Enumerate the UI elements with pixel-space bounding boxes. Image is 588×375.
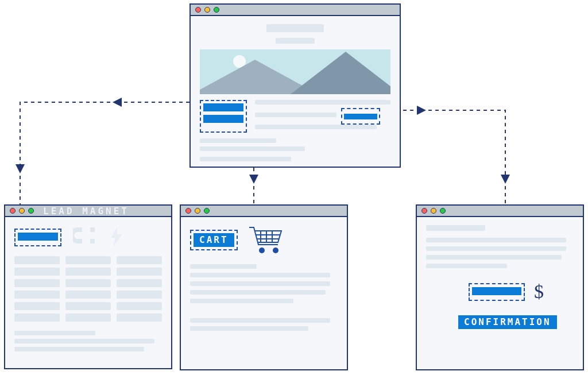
hero-cta-a[interactable] xyxy=(203,103,243,111)
cart-label: CART xyxy=(194,233,234,247)
cart-window: CART xyxy=(180,204,348,370)
magnet-icon xyxy=(73,225,99,249)
traffic-light-zoom-icon xyxy=(204,208,210,214)
hero-subheading-placeholder xyxy=(276,38,315,44)
svg-marker-0 xyxy=(111,227,122,247)
edge-hero-to-lead-2 xyxy=(20,102,117,169)
traffic-light-minimize-icon xyxy=(431,208,436,214)
hero-paragraph xyxy=(255,100,390,133)
hero-window xyxy=(189,3,401,168)
traffic-light-close-icon xyxy=(421,208,427,214)
hero-inline-link[interactable] xyxy=(341,108,380,125)
traffic-light-zoom-icon xyxy=(214,7,219,13)
cart-label-box[interactable]: CART xyxy=(190,230,238,250)
cart-title-bar xyxy=(181,206,347,217)
mountain-icon xyxy=(291,52,390,94)
dollar-icon: $ xyxy=(534,281,544,303)
traffic-light-close-icon xyxy=(195,7,201,13)
svg-point-7 xyxy=(273,248,278,253)
lead-title-bar: LEAD MAGNET xyxy=(5,206,171,217)
lead-table xyxy=(14,256,162,322)
cart-footer-text xyxy=(190,318,338,331)
hero-body-text xyxy=(200,138,390,161)
traffic-light-minimize-icon xyxy=(19,208,25,214)
traffic-light-zoom-icon xyxy=(440,208,446,214)
edge-hero-to-conf-2 xyxy=(421,110,505,179)
lead-cta[interactable] xyxy=(14,229,61,246)
lead-title-text: LEAD MAGNET xyxy=(43,206,129,217)
cart-body-text xyxy=(190,264,338,303)
lead-footer-text xyxy=(14,331,162,351)
conf-title-bar xyxy=(417,206,583,217)
hero-cta-group[interactable] xyxy=(200,100,247,133)
confirmation-label: CONFIRMATION xyxy=(458,315,557,329)
traffic-light-close-icon xyxy=(185,208,191,214)
hero-image xyxy=(200,49,390,94)
shopping-cart-icon xyxy=(248,225,284,255)
conf-cta[interactable] xyxy=(469,283,525,301)
traffic-light-zoom-icon xyxy=(28,208,34,214)
confirmation-window: $ CONFIRMATION xyxy=(416,204,584,370)
lightning-icon xyxy=(111,227,122,247)
conf-body-text xyxy=(426,225,574,268)
traffic-light-minimize-icon xyxy=(195,208,200,214)
traffic-light-close-icon xyxy=(10,208,16,214)
hero-heading-placeholder xyxy=(266,24,324,32)
traffic-light-minimize-icon xyxy=(204,7,210,13)
svg-point-6 xyxy=(259,248,265,253)
lead-magnet-window: LEAD MAGNET xyxy=(4,204,172,369)
hero-title-bar xyxy=(191,5,400,16)
hero-cta-b[interactable] xyxy=(203,115,243,123)
